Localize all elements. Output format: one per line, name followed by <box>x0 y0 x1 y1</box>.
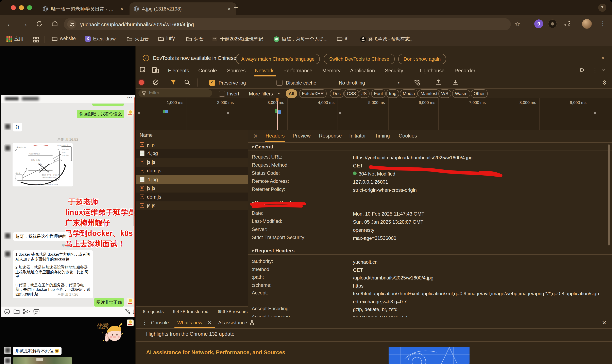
back-icon[interactable]: ← <box>6 20 13 28</box>
bookmark-ai[interactable]: ai <box>337 36 349 41</box>
request-row-selected[interactable]: 4.jpg <box>136 175 248 184</box>
request-row[interactable]: ‹›js.js <box>136 184 248 193</box>
devtools-close-icon[interactable]: × <box>602 67 605 73</box>
filter-input-pill[interactable] <box>138 89 212 97</box>
new-tab-button[interactable]: + <box>234 4 238 12</box>
filter-chip-media[interactable]: Media <box>400 89 418 98</box>
request-row[interactable]: ‹›js.js <box>136 158 248 167</box>
match-language-button[interactable]: Always match Chrome's language <box>236 54 320 64</box>
filter-chip-other[interactable]: Other <box>471 89 488 98</box>
detail-tab-preview[interactable]: Preview <box>293 133 311 139</box>
tab-sources[interactable]: Sources <box>227 68 246 74</box>
tab-elements[interactable]: Elements <box>168 68 189 74</box>
disable-cache-checkbox[interactable] <box>276 80 283 86</box>
browser-menu-kebab-icon[interactable]: ⋮ <box>600 20 606 27</box>
dont-show-again-button[interactable]: Don't show again <box>398 54 446 64</box>
minimize-traffic-light[interactable] <box>19 5 24 10</box>
extension-badge-icon[interactable]: 9 <box>534 19 543 28</box>
whats-new-article-title[interactable]: AI assistance for Network, Performance, … <box>146 350 285 355</box>
tab-application[interactable]: Application <box>350 68 375 74</box>
browser-tab-2-active[interactable]: 4.jpg (1316×2198) × <box>130 2 236 15</box>
detail-tab-response[interactable]: Response <box>319 133 342 139</box>
tab-security[interactable]: Security <box>385 68 403 74</box>
invert-checkbox[interactable] <box>219 91 225 97</box>
filter-funnel-icon[interactable] <box>170 80 176 85</box>
reload-icon[interactable] <box>36 20 43 27</box>
bookmark-luffy[interactable]: luffy <box>158 36 175 41</box>
tab-network-active[interactable]: Network <box>255 68 274 74</box>
filter-chip-fetch-xhr[interactable]: Fetch/XHR <box>299 89 327 98</box>
notice-close-icon[interactable]: × <box>601 55 604 61</box>
record-button[interactable] <box>139 80 144 85</box>
detail-scrollbar-thumb[interactable] <box>608 144 610 246</box>
dropdown-caret-icon[interactable]: ▼ <box>397 81 400 85</box>
network-conditions-icon[interactable] <box>413 79 421 86</box>
tab-lighthouse[interactable]: Lighthouse <box>420 68 444 74</box>
detail-tab-timing[interactable]: Timing <box>375 133 390 139</box>
drawer-tab-whats-new-active[interactable]: What's new <box>177 320 202 325</box>
clear-icon[interactable] <box>153 79 159 85</box>
export-har-icon[interactable] <box>452 79 459 86</box>
detail-tab-cookies[interactable]: Cookies <box>399 133 417 139</box>
more-filters-dropdown[interactable]: More filters <box>249 91 273 97</box>
maximize-traffic-light[interactable] <box>27 5 32 10</box>
network-overview-timeline[interactable]: 1,000 ms 2,000 ms 3,000 ms 4,000 ms 5,00… <box>136 98 612 130</box>
search-icon[interactable] <box>184 79 190 85</box>
bookmark-huoshanyun[interactable]: 火山云 <box>127 36 149 42</box>
filter-chip-css[interactable]: CSS <box>344 89 359 98</box>
dashboard-grid-icon[interactable] <box>33 37 39 42</box>
devtools-kebab-icon[interactable]: ⋮ <box>592 67 598 73</box>
tab-search-button[interactable]: ▾ <box>598 4 606 12</box>
drawer-tab-console[interactable]: Console <box>151 320 169 325</box>
filter-chip-manifest[interactable]: Manifest <box>418 89 440 98</box>
throttling-dropdown[interactable]: No throttling <box>339 80 365 86</box>
tab-performance[interactable]: Performance <box>283 68 312 74</box>
network-settings-gear-icon[interactable]: ⚙ <box>602 79 607 86</box>
drawer-kebab-icon[interactable]: ⋮ <box>142 320 147 325</box>
detail-tab-initiator[interactable]: Initiator <box>349 133 366 139</box>
forward-icon[interactable]: → <box>21 20 28 28</box>
request-row[interactable]: ‹›dom.js <box>136 193 248 201</box>
drawer-tab-close-icon[interactable]: ✕ <box>208 320 212 325</box>
bookmark-website[interactable]: website <box>52 36 76 41</box>
tab-memory[interactable]: Memory <box>322 68 340 74</box>
request-row[interactable]: ‹›dom.js <box>136 167 248 175</box>
response-headers-section-header[interactable]: Response Headers <box>252 200 299 206</box>
filter-chip-img[interactable]: Img <box>386 89 399 98</box>
tab-close-icon[interactable]: × <box>226 6 232 12</box>
filter-chip-wasm[interactable]: Wasm <box>452 89 470 98</box>
whats-new-article-image[interactable] <box>389 347 470 364</box>
filter-chip-ws[interactable]: WS <box>438 89 451 98</box>
profile-avatar[interactable] <box>582 19 592 29</box>
tab-close-icon[interactable]: × <box>119 6 125 12</box>
request-row[interactable]: ‹›js.js <box>136 201 248 210</box>
name-column-header[interactable]: Name <box>140 132 153 138</box>
general-section-header[interactable]: General <box>252 144 273 150</box>
url-bar[interactable]: yuchaoit.cn/upload/thumbnails/2025/w1600… <box>64 18 511 30</box>
detail-tab-headers-active[interactable]: Headers <box>266 133 285 139</box>
inspect-element-icon[interactable] <box>140 67 147 74</box>
bookmark-apps[interactable]: 应用 <box>6 36 24 42</box>
filter-chip-font[interactable]: Font <box>371 89 386 98</box>
devtools-settings-gear-icon[interactable]: ⚙ <box>579 67 584 73</box>
filter-input[interactable] <box>148 90 210 95</box>
switch-chinese-button[interactable]: Switch DevTools to Chinese <box>324 54 394 64</box>
bookmark-yunying[interactable]: 运营 <box>186 36 204 42</box>
bookmark-excalidraw[interactable]: XExcalidraw <box>85 36 116 42</box>
detail-close-icon[interactable]: ✕ <box>253 133 258 139</box>
request-row[interactable]: 4.jpg <box>136 149 248 158</box>
filter-chip-js[interactable]: JS <box>359 89 369 98</box>
bookmark-luffycity[interactable]: 路飞学城 - 帮助有志... <box>360 36 414 42</box>
close-traffic-light[interactable] <box>11 5 16 10</box>
table-header-row[interactable]: Name <box>136 130 248 140</box>
preserve-log-checkbox[interactable] <box>209 80 215 86</box>
import-har-icon[interactable] <box>435 79 442 86</box>
extension-dark-icon[interactable] <box>548 19 557 28</box>
home-icon[interactable] <box>51 20 58 27</box>
drawer-close-icon[interactable]: ✕ <box>602 320 607 326</box>
device-toolbar-icon[interactable] <box>152 67 159 74</box>
bookmark-notes[interactable]: 于超2025就业班笔记 <box>212 36 263 42</box>
browser-tab-1[interactable]: 晒一晒于超老师学员日常 - 自动... × <box>39 2 132 15</box>
bookmark-yuque[interactable]: 语雀，为每一个人提... <box>274 36 327 42</box>
request-headers-section-header[interactable]: Request Headers <box>252 248 295 254</box>
